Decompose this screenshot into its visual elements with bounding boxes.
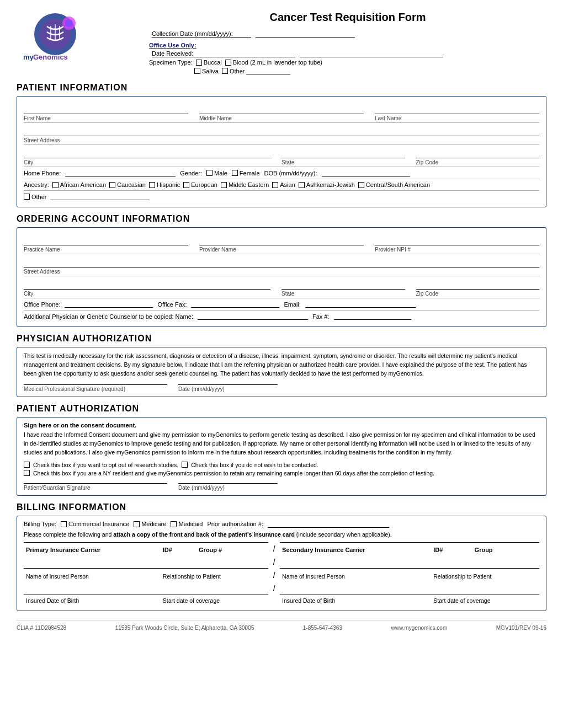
zip-cell: Zip Code (416, 148, 540, 165)
street-address-label: Street Address (24, 137, 539, 143)
ordering-city-state-zip-row: City State Zip Code (24, 276, 539, 298)
ordering-zip-label: Zip Code (416, 291, 540, 297)
physician-sig-line[interactable] (24, 384, 167, 385)
female-label: Female (240, 170, 260, 176)
collection-date-line: Collection Date (mm/dd/yyyy): (149, 30, 546, 38)
zip-input[interactable] (416, 148, 540, 158)
specimen-type-row2: Saliva Other (149, 67, 546, 74)
patient-date-line[interactable] (178, 483, 278, 484)
date-received-line: Date Received: (149, 50, 546, 57)
asian-checkbox[interactable] (272, 182, 278, 188)
billing-table: / Primary Insurance Carrier ID# Group # … (24, 542, 539, 607)
physician-date-line[interactable] (178, 384, 278, 385)
ordering-account-title: ORDERING ACCOUNT INFORMATION (17, 214, 546, 224)
ordering-street-label: Street Address (24, 269, 539, 275)
middle-name-input[interactable] (199, 104, 364, 114)
primary-insured-dob: Insured Date of Birth (24, 595, 161, 607)
ordering-city-input[interactable] (24, 280, 270, 290)
first-name-input[interactable] (24, 104, 188, 114)
medicaid-checkbox[interactable] (171, 521, 177, 527)
logo-svg: my Genomics (17, 11, 105, 61)
ny-resident-label: Check this box if you are a NY resident … (33, 470, 434, 477)
medicare-checkbox[interactable] (134, 521, 140, 527)
other-ancestry-input[interactable] (50, 193, 150, 200)
additional-physician-input[interactable] (198, 313, 308, 320)
office-phone-label: Office Phone: (24, 301, 60, 308)
date-received-field[interactable] (300, 50, 443, 57)
gender-label: Gender: (180, 170, 202, 176)
slash-divider2: / (268, 555, 280, 569)
phone-gender-row: Home Phone: Gender: Male Female DOB (mm/… (24, 167, 539, 179)
prior-auth-input[interactable] (268, 521, 389, 528)
male-checkbox[interactable] (206, 170, 213, 176)
central-south-american-checkbox[interactable] (358, 182, 364, 188)
hispanic-checkbox[interactable] (149, 182, 155, 188)
email-input[interactable] (305, 301, 416, 308)
office-fax-input[interactable] (191, 301, 279, 308)
name-row: First Name Middle Name Last Name (24, 101, 539, 123)
street-address-input[interactable] (24, 126, 539, 136)
ordering-street-input[interactable] (24, 258, 539, 267)
commercial-insurance-checkbox[interactable] (61, 521, 67, 527)
secondary-insured-dob: Insured Date of Birth (280, 595, 431, 607)
billing-divider-row2: / (24, 555, 539, 569)
practice-name-input[interactable] (24, 235, 188, 245)
city-state-zip-row: City State Zip Code (24, 145, 539, 167)
ashkenazi-checkbox[interactable] (299, 182, 305, 188)
patient-sig-line[interactable] (24, 483, 167, 484)
ordering-street-cell: Street Address (24, 258, 539, 275)
other-specimen-checkbox[interactable] (222, 68, 228, 74)
ancestry-label: Ancestry: (24, 181, 49, 188)
fax-input[interactable] (334, 313, 411, 320)
european-checkbox[interactable] (183, 182, 189, 188)
billing-title: BILLING INFORMATION (17, 502, 546, 512)
patient-date-label: Date (mm/dd/yyyy) (178, 485, 278, 491)
secondary-group-label: Group (472, 542, 539, 555)
state-label: State (282, 159, 405, 165)
buccal-checkbox[interactable] (196, 60, 202, 66)
additional-physician-label: Additional Physician or Genetic Counselo… (24, 313, 193, 320)
state-input[interactable] (282, 148, 405, 158)
ordering-state-label: State (282, 291, 405, 297)
slash-divider5 (268, 595, 280, 607)
first-name-cell: First Name (24, 104, 188, 121)
ordering-street-row: Street Address (24, 254, 539, 276)
billing-type-row: Billing Type: Commercial Insurance Medic… (24, 521, 539, 528)
dob-label: DOB (mm/dd/yyyy): (264, 170, 317, 176)
collection-date-field[interactable] (256, 30, 355, 38)
billing-note: Please complete the following and attach… (24, 531, 539, 538)
ordering-state-input[interactable] (282, 280, 405, 290)
last-name-input[interactable] (375, 104, 539, 114)
zip-label: Zip Code (416, 159, 540, 165)
office-phone-input[interactable] (65, 301, 153, 308)
other-specimen-field[interactable] (246, 67, 290, 74)
ordering-zip-input[interactable] (416, 280, 540, 290)
primary-id-label: ID# (161, 542, 196, 555)
do-not-contact-checkbox[interactable] (182, 462, 188, 468)
provider-name-input[interactable] (199, 235, 364, 245)
dob-input[interactable] (322, 169, 410, 176)
female-checkbox[interactable] (232, 170, 238, 176)
african-american-checkbox[interactable] (52, 182, 59, 188)
ny-resident-checkbox[interactable] (24, 470, 30, 476)
patient-auth-section: Sign here or on the consent document. I … (17, 417, 546, 495)
caucasian-checkbox[interactable] (109, 182, 115, 188)
additional-physician-row: Additional Physician or Genetic Counselo… (24, 311, 539, 322)
ordering-state-cell: State (282, 280, 405, 297)
billing-header-row: Primary Insurance Carrier ID# Group # Se… (24, 542, 539, 555)
female-checkbox-item: Female (232, 170, 260, 176)
opt-out-research-checkbox[interactable] (24, 462, 30, 468)
city-input[interactable] (24, 148, 270, 158)
provider-npi-input[interactable] (375, 235, 539, 245)
insured-name-row: Name of Insured Person Relationship to P… (24, 569, 539, 582)
office-use-label: Office Use Only: (149, 42, 196, 49)
saliva-checkbox[interactable] (194, 68, 200, 74)
billing-divider-row3: / (24, 582, 539, 595)
home-phone-input[interactable] (65, 169, 176, 176)
provider-npi-label: Provider NPI # (375, 247, 539, 253)
secondary-insured-name: Name of Insured Person (280, 569, 431, 582)
blood-checkbox[interactable] (225, 60, 231, 66)
middle-eastern-checkbox[interactable] (221, 182, 227, 188)
other-ancestry-checkbox[interactable] (24, 194, 30, 200)
footer-address: 11535 Park Woods Circle, Suite E; Alphar… (115, 625, 254, 631)
